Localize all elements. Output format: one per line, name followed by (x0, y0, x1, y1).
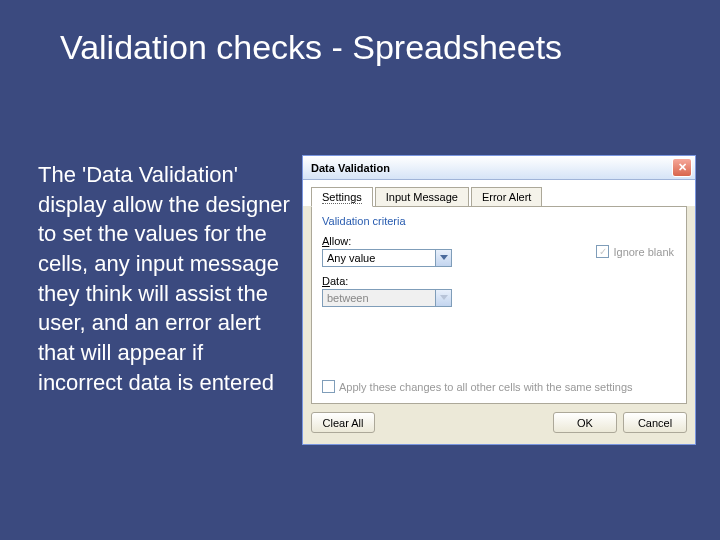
data-combobox: between (322, 289, 452, 307)
tab-input-message-label: Input Message (386, 191, 458, 203)
slide-title: Validation checks - Spreadsheets (60, 28, 562, 67)
data-value: between (323, 292, 435, 304)
checkbox-icon (322, 380, 335, 393)
ignore-blank-label: Ignore blank (613, 246, 674, 258)
data-label: Data: (322, 275, 676, 287)
chevron-down-icon (435, 250, 451, 266)
checkbox-icon: ✓ (596, 245, 609, 258)
slide-body-text: The 'Data Validation' display allow the … (38, 160, 293, 398)
settings-panel: Validation criteria Allow: Any value ✓ I… (311, 206, 687, 404)
tab-settings-label: Settings (322, 191, 362, 204)
allow-combobox[interactable]: Any value (322, 249, 452, 267)
clear-all-button[interactable]: Clear All (311, 412, 375, 433)
dialog-title: Data Validation (311, 162, 390, 174)
tab-strip: Settings Input Message Error Alert (303, 180, 695, 206)
tab-error-alert[interactable]: Error Alert (471, 187, 543, 207)
ok-button[interactable]: OK (553, 412, 617, 433)
apply-changes-checkbox: Apply these changes to all other cells w… (322, 380, 633, 393)
dialog-titlebar: Data Validation ✕ (303, 156, 695, 180)
tab-input-message[interactable]: Input Message (375, 187, 469, 207)
data-validation-dialog: Data Validation ✕ Settings Input Message… (302, 155, 696, 445)
validation-criteria-label: Validation criteria (322, 215, 676, 227)
tab-settings[interactable]: Settings (311, 187, 373, 207)
close-icon: ✕ (678, 161, 687, 174)
tab-error-alert-label: Error Alert (482, 191, 532, 203)
cancel-button[interactable]: Cancel (623, 412, 687, 433)
close-button[interactable]: ✕ (672, 158, 692, 177)
allow-value: Any value (323, 252, 435, 264)
chevron-down-icon (435, 290, 451, 306)
apply-changes-label: Apply these changes to all other cells w… (339, 381, 633, 393)
dialog-button-row: Clear All OK Cancel (303, 404, 695, 441)
ignore-blank-checkbox[interactable]: ✓ Ignore blank (596, 245, 674, 258)
